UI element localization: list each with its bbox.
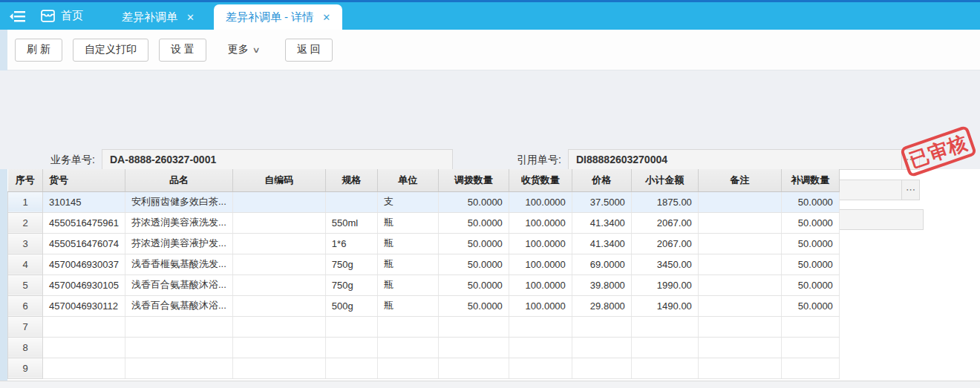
table-cell: [377, 337, 438, 358]
table-cell: 310145: [43, 191, 125, 212]
table-cell: 安利丽齿健多效白茶...: [125, 191, 233, 212]
more-button[interactable]: 更多 ∨: [217, 39, 270, 62]
table-cell: [232, 358, 325, 378]
tab-close-icon[interactable]: ✕: [186, 12, 195, 23]
home-nav[interactable]: 首页: [36, 2, 91, 30]
table-row[interactable]: 54570046930105浅香百合氨基酸沐浴...750g瓶50.000010…: [8, 274, 840, 295]
row-index-cell: 2: [8, 212, 43, 233]
business-no-label: 业务单号:: [15, 149, 95, 170]
table-row[interactable]: 34550516476074芬浓透润美容液护发...1*6瓶50.0000100…: [8, 233, 840, 254]
table-row[interactable]: 1310145安利丽齿健多效白茶...支50.0000100.000037.50…: [8, 191, 840, 212]
table-cell: 浅香百合氨基酸沐浴...: [125, 274, 233, 295]
table-cell: 4570046930037: [43, 254, 125, 274]
table-cell: [509, 316, 572, 337]
table-cell: [781, 316, 839, 337]
table-cell: [631, 358, 698, 378]
table-cell: [572, 316, 631, 337]
table-cell: 50.0000: [438, 295, 509, 316]
table-cell: 100.0000: [509, 295, 572, 316]
column-header[interactable]: 价格: [572, 169, 631, 191]
table-cell: 750g: [325, 274, 377, 295]
table-cell: 4550516476074: [43, 233, 125, 254]
table-cell: 41.3400: [572, 233, 631, 254]
table-row[interactable]: 7: [8, 316, 840, 337]
table-cell: [781, 337, 839, 358]
table-cell: [232, 316, 325, 337]
back-button[interactable]: 返 回: [285, 39, 333, 62]
tab-diff-adjustment-list[interactable]: 差异补调单 ✕: [110, 4, 206, 30]
table-cell: [781, 358, 839, 378]
column-header[interactable]: 补调数量: [781, 169, 839, 191]
table-cell: 浅香百合氨基酸沐浴...: [125, 295, 233, 316]
items-table: 序号货号品名自编码规格单位调拨数量收货数量价格小计金额备注补调数量 131014…: [7, 169, 840, 379]
column-header[interactable]: 小计金额: [631, 169, 698, 191]
table-cell: [438, 337, 509, 358]
table-cell: [377, 316, 438, 337]
tab-diff-adjustment-detail[interactable]: 差异补调单 - 详情 ✕: [214, 4, 342, 30]
column-header[interactable]: 调拨数量: [438, 169, 509, 191]
table-cell: 瓶: [377, 212, 438, 233]
in-store-more-button[interactable]: ⋯: [902, 180, 920, 200]
table-cell: 100.0000: [509, 254, 572, 274]
table-cell: [377, 358, 438, 378]
table-row[interactable]: 44570046930037浅香香榧氨基酸洗发...750g瓶50.000010…: [8, 254, 840, 274]
table-cell: [325, 337, 377, 358]
tab-label: 差异补调单 - 详情: [226, 10, 313, 24]
column-header[interactable]: 收货数量: [509, 169, 572, 191]
table-cell: [698, 254, 781, 274]
table-row[interactable]: 24550516475961芬浓透润美容液洗发...550ml瓶50.00001…: [8, 212, 840, 233]
table-cell: 500g: [325, 295, 377, 316]
table-cell: [43, 358, 125, 378]
table-row[interactable]: 9: [8, 358, 840, 378]
column-header[interactable]: 自编码: [232, 169, 325, 191]
table-cell: [232, 254, 325, 274]
table-cell: 瓶: [377, 254, 438, 274]
table-cell: [232, 191, 325, 212]
table-cell: 37.5000: [572, 191, 631, 212]
table-cell: 50.0000: [781, 274, 839, 295]
column-header[interactable]: 规格: [325, 169, 377, 191]
settings-button[interactable]: 设 置: [159, 39, 206, 62]
column-header[interactable]: 品名: [125, 169, 233, 191]
row-index-cell: 6: [8, 295, 43, 316]
table-cell: 50.0000: [438, 191, 509, 212]
table-cell: 1875.00: [631, 191, 698, 212]
column-header[interactable]: 货号: [43, 169, 125, 191]
table-row[interactable]: 64570046930112浅香百合氨基酸沐浴...500g瓶50.000010…: [8, 295, 840, 316]
table-cell: 50.0000: [438, 254, 509, 274]
column-header[interactable]: 备注: [698, 169, 781, 191]
table-cell: [698, 295, 781, 316]
table-header: 序号货号品名自编码规格单位调拨数量收货数量价格小计金额备注补调数量: [8, 169, 840, 191]
refresh-button[interactable]: 刷 新: [15, 39, 62, 62]
row-index-cell: 1: [8, 191, 43, 212]
shop-icon: [40, 9, 56, 23]
row-index-cell: 3: [8, 233, 43, 254]
table-cell: [572, 358, 631, 378]
table-cell: 2067.00: [631, 212, 698, 233]
table-cell: [43, 316, 125, 337]
table-cell: 100.0000: [509, 212, 572, 233]
table-cell: 浅香香榧氨基酸洗发...: [125, 254, 233, 274]
tab-close-icon[interactable]: ✕: [322, 12, 330, 23]
table-cell: [698, 274, 781, 295]
table-cell: [325, 191, 377, 212]
ref-no-field[interactable]: DI88882603270004: [568, 149, 902, 170]
table-cell: 39.8000: [572, 274, 631, 295]
business-no-field[interactable]: DA-8888-260327-0001: [102, 149, 453, 170]
table-cell: 50.0000: [781, 295, 839, 316]
order-header-form: 业务单号: DA-8888-260327-0001 引用单号: DI888826…: [0, 70, 980, 169]
table-cell: 100.0000: [509, 233, 572, 254]
table-row[interactable]: 8: [8, 337, 840, 358]
column-header[interactable]: 序号: [8, 169, 43, 191]
table-cell: [232, 295, 325, 316]
home-label: 首页: [61, 9, 83, 23]
table-cell: 41.3400: [572, 212, 631, 233]
table-cell: 50.0000: [781, 233, 839, 254]
table-cell: [631, 316, 698, 337]
custom-print-button[interactable]: 自定义打印: [73, 39, 148, 62]
column-header[interactable]: 单位: [377, 169, 438, 191]
table-cell: [509, 337, 572, 358]
table-cell: [572, 337, 631, 358]
table-cell: 芬浓透润美容液洗发...: [125, 212, 233, 233]
collapse-sidebar-icon[interactable]: [0, 2, 36, 30]
